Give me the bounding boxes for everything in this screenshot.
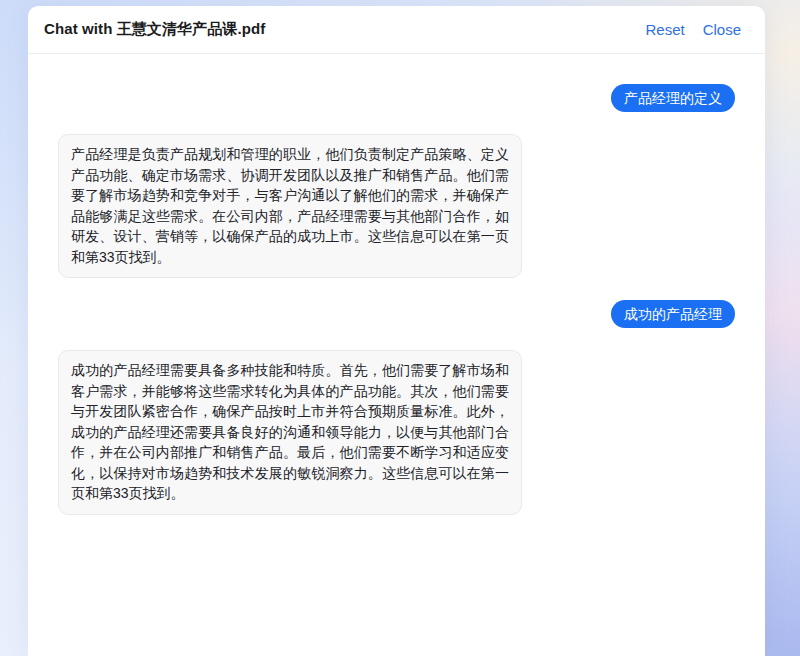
message-row: 产品经理是负责产品规划和管理的职业，他们负责制定产品策略、定义产品功能、确定市场…	[58, 134, 735, 278]
close-button[interactable]: Close	[703, 21, 741, 38]
message-row: 产品经理的定义	[58, 84, 735, 112]
user-message-bubble: 成功的产品经理	[611, 300, 735, 328]
assistant-message-bubble: 成功的产品经理需要具备多种技能和特质。首先，他们需要了解市场和客户需求，并能够将…	[58, 350, 522, 515]
message-row: 成功的产品经理需要具备多种技能和特质。首先，他们需要了解市场和客户需求，并能够将…	[58, 350, 735, 515]
assistant-message-bubble: 产品经理是负责产品规划和管理的职业，他们负责制定产品策略、定义产品功能、确定市场…	[58, 134, 522, 278]
header-actions: Reset Close	[645, 21, 741, 38]
message-list: 产品经理的定义 产品经理是负责产品规划和管理的职业，他们负责制定产品策略、定义产…	[28, 54, 765, 656]
reset-button[interactable]: Reset	[645, 21, 684, 38]
message-row: 成功的产品经理	[58, 300, 735, 328]
chat-header: Chat with 王慧文清华产品课.pdf Reset Close	[28, 6, 765, 54]
chat-panel: Chat with 王慧文清华产品课.pdf Reset Close 产品经理的…	[28, 6, 765, 656]
chat-title: Chat with 王慧文清华产品课.pdf	[44, 20, 265, 39]
user-message-bubble: 产品经理的定义	[611, 84, 735, 112]
